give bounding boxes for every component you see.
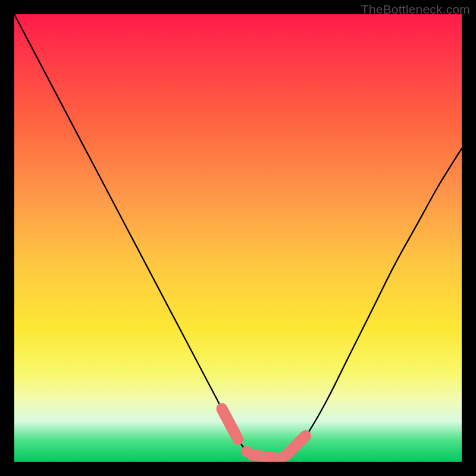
curve-marker-dot (233, 434, 244, 445)
chart-plot-area (14, 14, 462, 462)
chart-frame: TheBottleneck.com (0, 0, 476, 476)
curve-marker-capsule (287, 436, 306, 455)
curve-marker-capsule (252, 455, 277, 459)
watermark-text: TheBottleneck.com (361, 2, 470, 17)
curve-layer (14, 14, 462, 459)
chart-svg (14, 14, 462, 462)
bottleneck-curve (14, 14, 462, 459)
curve-marker-capsule (222, 409, 236, 436)
marker-layer (222, 409, 306, 462)
